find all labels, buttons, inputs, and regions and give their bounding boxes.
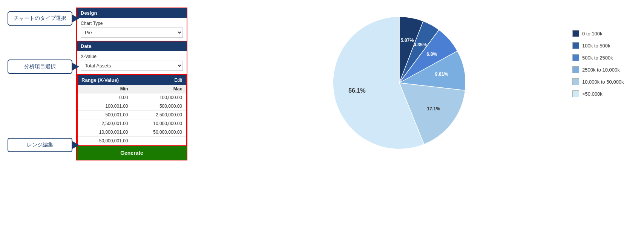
legend-label: 2500k to 10,000k: [582, 67, 620, 73]
chart-area: 5.87%4.35%6.8%9.81%17.1%56.1%: [226, 8, 572, 158]
design-section-header: Design: [77, 8, 187, 18]
analysis-item-label: 分析項目選択: [8, 60, 72, 74]
pie-label: 6.8%: [426, 52, 437, 57]
table-row: 100,001.00500,000.00: [78, 102, 186, 111]
range-min-cell: 10,000,001.00: [78, 128, 132, 137]
legend-label: 500k to 2500k: [582, 55, 613, 61]
range-min-cell: 50,000,001.00: [78, 137, 132, 145]
range-section-header: Range (X-Value) Edit: [78, 75, 186, 85]
range-table: Min Max 0.00100,000.00100,001.00500,000.…: [78, 85, 186, 145]
legend-label: 0 to 100k: [582, 31, 603, 37]
range-max-cell: 500,000.00: [132, 102, 186, 111]
legend-item: 2500k to 10,000k: [572, 66, 636, 73]
legend-swatch: [572, 54, 579, 61]
range-min-cell: 500,001.00: [78, 111, 132, 119]
form-panel: Design Chart Type Pie Bar Line Data X-Va…: [76, 8, 187, 160]
range-min-cell: 0.00: [78, 93, 132, 102]
x-value-field-label: X-Value: [81, 54, 183, 59]
pie-label: 17.1%: [427, 106, 440, 111]
chart-type-label: チャートのタイプ選択: [8, 11, 72, 26]
pie-chart: 5.87%4.35%6.8%9.81%17.1%56.1%: [328, 11, 471, 154]
x-value-select[interactable]: Total Assets Net Assets Revenue: [81, 61, 183, 71]
legend-swatch: [572, 90, 579, 97]
pie-label: 5.87%: [400, 38, 414, 43]
legend-item: 100k to 500k: [572, 42, 636, 49]
labels-column: チャートのタイプ選択 分析項目選択 レンジ編集: [8, 8, 72, 152]
chart-type-field-label: Chart Type: [81, 21, 183, 26]
legend-item: 500k to 2500k: [572, 54, 636, 61]
table-row: 0.00100,000.00: [78, 93, 186, 102]
table-row: 10,000,001.0050,000,000.00: [78, 128, 186, 137]
legend-label: >50,000k: [582, 91, 603, 97]
legend: 0 to 100k100k to 500k500k to 2500k2500k …: [572, 8, 636, 97]
legend-swatch: [572, 42, 579, 49]
legend-swatch: [572, 78, 579, 85]
legend-label: 10,000k to 50,000k: [582, 79, 624, 85]
range-min-cell: 2,500,001.00: [78, 119, 132, 128]
legend-item: 0 to 100k: [572, 30, 636, 37]
data-section-header: Data: [77, 41, 187, 51]
table-row: 500,001.002,500,000.00: [78, 111, 186, 119]
generate-button[interactable]: Generate: [77, 146, 187, 160]
data-section-body: X-Value Total Assets Net Assets Revenue: [77, 51, 187, 75]
range-edit-link[interactable]: Edit: [174, 78, 182, 83]
chart-type-select[interactable]: Pie Bar Line: [81, 27, 183, 38]
legend-item: 10,000k to 50,000k: [572, 78, 636, 85]
range-section-title: Range (X-Value): [81, 77, 119, 83]
range-max-cell: 50,000,000.00: [132, 128, 186, 137]
legend-swatch: [572, 30, 579, 37]
legend-item: >50,000k: [572, 90, 636, 97]
legend-label: 100k to 500k: [582, 43, 610, 49]
range-max-cell: 10,000,000.00: [132, 119, 186, 128]
table-row: 50,000,001.00: [78, 137, 186, 145]
range-section: Range (X-Value) Edit Min Max 0.00100,000…: [77, 75, 187, 146]
range-edit-label: レンジ編集: [8, 138, 72, 152]
range-max-cell: [132, 137, 186, 145]
design-section-body: Chart Type Pie Bar Line: [77, 18, 187, 41]
range-max-cell: 100,000.00: [132, 93, 186, 102]
pie-label: 56.1%: [348, 87, 366, 94]
pie-label: 4.35%: [414, 42, 427, 47]
range-col-min: Min: [78, 85, 132, 93]
range-col-max: Max: [132, 85, 186, 93]
left-panel: チャートのタイプ選択 分析項目選択 レンジ編集 Design Chart Typ…: [8, 8, 226, 160]
pie-label: 9.81%: [435, 72, 448, 77]
range-max-cell: 2,500,000.00: [132, 111, 186, 119]
range-min-cell: 100,001.00: [78, 102, 132, 111]
legend-swatch: [572, 66, 579, 73]
table-row: 2,500,001.0010,000,000.00: [78, 119, 186, 128]
